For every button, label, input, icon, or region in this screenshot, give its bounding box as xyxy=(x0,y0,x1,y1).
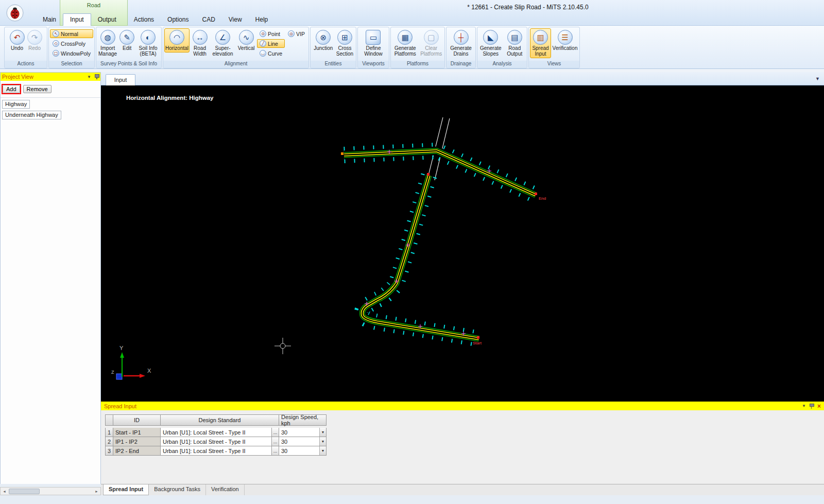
cell-design-speed[interactable]: 30 ▼ xyxy=(279,437,327,446)
header-row-selector xyxy=(105,414,113,426)
tab-input[interactable]: Input xyxy=(63,13,91,26)
tab-options[interactable]: Options xyxy=(161,14,195,26)
spread-menu-icon[interactable]: ▼ xyxy=(802,404,806,408)
edit-survey-button[interactable]: ✎ Edit xyxy=(118,28,135,53)
verification-button[interactable]: ☰ Verification xyxy=(552,28,578,53)
selection-crosspoly-button[interactable]: ◇ CrossPoly xyxy=(50,39,93,48)
generate-drains-button[interactable]: ┼ Generate Drains xyxy=(448,28,474,58)
line-label: Line xyxy=(268,41,278,47)
curve-icon: ◡ xyxy=(260,50,266,57)
bottom-tab-background-tasks[interactable]: Background Tasks xyxy=(149,484,206,495)
horizontal-alignment-icon: ◠ xyxy=(169,30,184,45)
curve-button[interactable]: ◡ Curve xyxy=(257,49,285,58)
browse-standard-button[interactable]: ... xyxy=(272,446,279,456)
super-elevation-button[interactable]: ∠ Super- elevation xyxy=(210,28,235,58)
spread-input-grid: ID Design Standard Design Speed, kph 1 S… xyxy=(105,414,327,456)
selection-normal-button[interactable]: ↖ Normal xyxy=(50,29,93,38)
spread-input-header[interactable]: Spread Input ▼ × xyxy=(101,402,824,410)
point-button[interactable]: ⊙ Point xyxy=(257,29,285,38)
generate-platforms-button[interactable]: ▦ Generate Platforms xyxy=(392,28,418,58)
browse-standard-button[interactable]: ... xyxy=(272,437,279,446)
tab-cad[interactable]: CAD xyxy=(195,14,221,26)
selection-windowpoly-button[interactable]: ▢ WindowPoly xyxy=(50,49,93,58)
spread-close-icon[interactable]: × xyxy=(817,403,821,410)
cell-design-standard[interactable]: Urban [U1]: Local Street - Type II xyxy=(161,437,272,446)
project-item-highway[interactable]: Highway xyxy=(2,100,30,109)
speed-value: 30 xyxy=(281,439,287,445)
add-button[interactable]: Add xyxy=(3,85,20,93)
header-design-speed[interactable]: Design Speed, kph xyxy=(279,414,327,426)
cross-section-button[interactable]: ⊞ Cross Section xyxy=(335,28,354,58)
tab-view[interactable]: View xyxy=(222,14,249,26)
spread-pin-icon[interactable] xyxy=(809,404,814,409)
tab-actions[interactable]: Actions xyxy=(127,14,161,26)
junction-button[interactable]: ⊗ Junction xyxy=(312,28,335,53)
project-view-list: Highway Underneath Highway xyxy=(1,98,100,119)
clear-platforms-button[interactable]: ▢ Clear Platforms xyxy=(419,28,443,58)
redo-button[interactable]: ↷ Redo xyxy=(26,28,43,53)
add-button-highlight: Add xyxy=(2,84,21,94)
road-width-label: Road Width xyxy=(193,46,207,57)
project-view-hscrollbar[interactable]: ◄ ► xyxy=(0,487,101,495)
pin-icon[interactable] xyxy=(94,74,99,79)
project-view-panel: Project View ▼ Add Remove Highway Undern… xyxy=(0,72,101,487)
generate-slopes-button[interactable]: ◣ Generate Slopes xyxy=(478,28,503,58)
scrollbar-thumb[interactable] xyxy=(9,489,40,494)
spread-input-button[interactable]: ▥ Spread Input xyxy=(530,28,551,58)
speed-dropdown-icon[interactable]: ▼ xyxy=(319,428,326,437)
generate-drains-icon: ┼ xyxy=(454,30,469,45)
header-id[interactable]: ID xyxy=(113,414,161,426)
cell-id[interactable]: IP2 - End xyxy=(113,446,161,456)
cell-design-speed[interactable]: 30 ▼ xyxy=(279,428,327,437)
document-tab-input[interactable]: Input xyxy=(106,74,135,85)
cad-canvas[interactable]: Horizontal Alignment: Highway xyxy=(101,85,824,402)
bottom-tab-verification[interactable]: Verification xyxy=(206,484,245,495)
cell-id[interactable]: IP1 - IP2 xyxy=(113,437,161,446)
tab-output[interactable]: Output xyxy=(91,14,123,26)
panel-menu-icon[interactable]: ▼ xyxy=(87,75,91,79)
cell-design-speed[interactable]: 30 ▼ xyxy=(279,446,327,456)
vip-button[interactable]: ◎ VIP xyxy=(285,29,307,38)
row-number[interactable]: 3 xyxy=(105,446,113,456)
horizontal-alignment-button[interactable]: ◠ Horizontal xyxy=(164,28,190,53)
line-button[interactable]: ╱ Line xyxy=(257,39,285,48)
road-width-button[interactable]: ↔ Road Width xyxy=(190,28,210,58)
road-output-button[interactable]: ▤ Road Output xyxy=(503,28,526,58)
scroll-left-icon[interactable]: ◄ xyxy=(1,490,8,493)
header-design-standard[interactable]: Design Standard xyxy=(161,414,279,426)
speed-dropdown-icon[interactable]: ▼ xyxy=(319,437,326,446)
app-icon[interactable] xyxy=(5,3,25,23)
cross-section-label: Cross Section xyxy=(336,46,353,57)
alignment-drawing: End Start xyxy=(101,85,824,402)
row-number[interactable]: 2 xyxy=(105,437,113,446)
project-view-header[interactable]: Project View ▼ xyxy=(1,73,100,81)
undo-button[interactable]: ↶ Undo xyxy=(9,28,26,53)
cell-design-standard[interactable]: Urban [U1]: Local Street - Type II xyxy=(161,446,272,456)
generate-platforms-icon: ▦ xyxy=(398,30,413,45)
line-icon: ╱ xyxy=(260,40,266,47)
redo-icon: ↷ xyxy=(27,30,42,45)
group-label-analysis: Analysis xyxy=(477,61,527,68)
define-window-button[interactable]: ▭ Define Window xyxy=(363,28,384,58)
edit-icon: ✎ xyxy=(119,30,134,45)
document-tab-dropdown-icon[interactable]: ▼ xyxy=(815,76,820,81)
import-manage-button[interactable]: ◍ Import Manage xyxy=(97,28,118,58)
row-number[interactable]: 1 xyxy=(105,428,113,437)
contextual-group-label: Road xyxy=(60,0,127,8)
cell-id[interactable]: Start - IP1 xyxy=(113,428,161,437)
browse-standard-button[interactable]: ... xyxy=(272,428,279,437)
cell-design-standard[interactable]: Urban [U1]: Local Street - Type II xyxy=(161,428,272,437)
scroll-right-icon[interactable]: ► xyxy=(93,490,100,493)
tab-main[interactable]: Main xyxy=(36,14,63,26)
junction-icon: ⊗ xyxy=(316,30,331,45)
bottom-tab-spread-input[interactable]: Spread Input xyxy=(103,484,149,495)
remove-button[interactable]: Remove xyxy=(23,85,52,93)
project-item-underneath-highway[interactable]: Underneath Highway xyxy=(2,111,61,119)
ribbon-group-alignment: ◠ Horizontal ↔ Road Width ∠ Super- eleva… xyxy=(163,27,309,68)
soil-info-button[interactable]: ◐ Soil Info (BETA) xyxy=(136,28,160,58)
spread-input-icon: ▥ xyxy=(533,30,548,45)
tab-help[interactable]: Help xyxy=(249,14,275,26)
speed-dropdown-icon[interactable]: ▼ xyxy=(319,446,326,455)
vertical-alignment-button[interactable]: ∿ Vertical xyxy=(236,28,256,53)
group-label-actions: Actions xyxy=(5,61,47,68)
